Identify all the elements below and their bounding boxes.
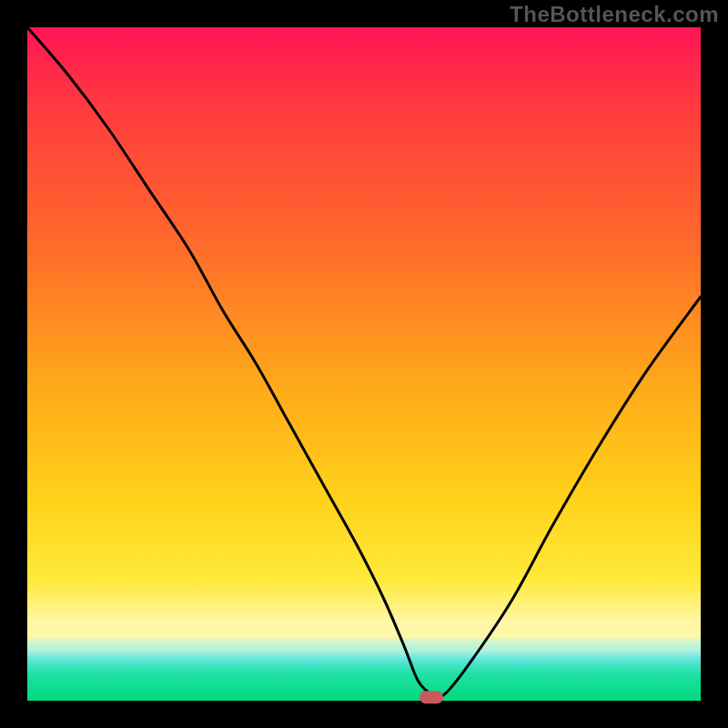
chart-frame: TheBottleneck.com bbox=[0, 0, 728, 728]
curve-path bbox=[27, 27, 701, 697]
plot-area bbox=[27, 27, 701, 701]
watermark-text: TheBottleneck.com bbox=[510, 2, 719, 27]
minimum-marker bbox=[420, 691, 443, 703]
bottleneck-curve bbox=[27, 27, 701, 701]
